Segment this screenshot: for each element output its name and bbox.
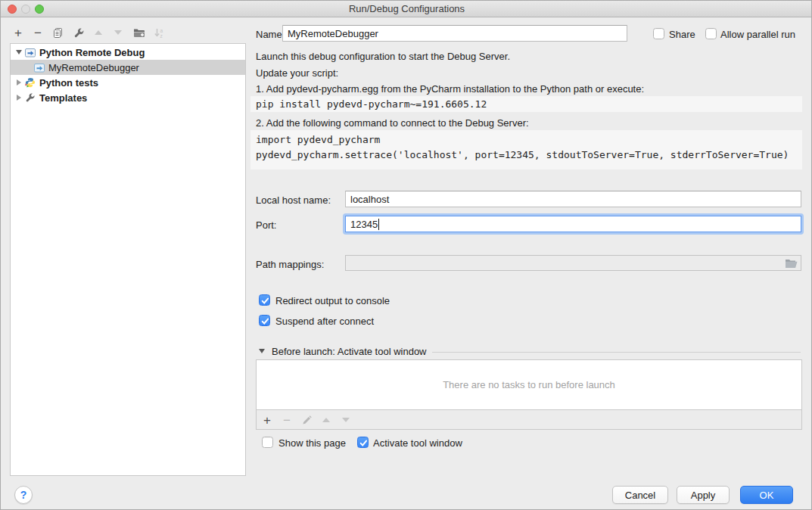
before-launch-title: Before launch: Activate tool window [272, 346, 427, 357]
pip-install-code-block: pip install pydevd-pycharm~=191.6605.12 [250, 96, 802, 112]
move-down-button[interactable] [110, 25, 126, 40]
step-1-text: 1. Add pydevd-pycharm.egg from the PyCha… [256, 83, 644, 95]
copy-icon [52, 27, 64, 39]
step-2-text: 2. Add the following command to connect … [256, 117, 529, 129]
show-this-page-label: Show this page [278, 437, 346, 449]
svg-text:a: a [160, 27, 163, 33]
plus-icon: + [14, 26, 22, 39]
task-list-toolbar: + − [257, 409, 801, 429]
tree-item-label: Templates [39, 92, 87, 104]
share-checkbox[interactable] [653, 28, 664, 39]
new-folder-button[interactable] [131, 25, 148, 40]
sort-alphabetically-icon: az [154, 27, 165, 39]
tree-item-label: MyRemoteDebugger [48, 62, 139, 73]
browse-path-mappings-button[interactable] [785, 258, 798, 272]
settrace-code-block: import pydevd_pycharmpydevd_pycharm.sett… [250, 130, 802, 169]
minus-icon: − [34, 26, 42, 39]
new-folder-icon [133, 27, 145, 38]
pencil-icon [302, 415, 312, 425]
move-up-button[interactable] [90, 25, 107, 40]
ok-button[interactable]: OK [740, 486, 793, 504]
allow-parallel-run-label: Allow parallel run [720, 29, 795, 40]
before-launch-task-list: There are no tasks to run before launch … [256, 359, 802, 430]
plus-icon: + [263, 414, 271, 427]
code-line-import: import pydevd_pycharm [256, 134, 380, 145]
remote-debug-config-icon [25, 48, 36, 58]
chevron-right-icon[interactable] [17, 95, 21, 101]
text-cursor [378, 219, 379, 230]
suspend-after-connect-checkbox[interactable] [259, 315, 270, 326]
port-value: 12345 [350, 219, 378, 230]
python-tests-icon [25, 77, 36, 88]
code-line-settrace: pydevd_pycharm.settrace('localhost', por… [256, 149, 789, 160]
move-down-icon [342, 418, 350, 422]
local-host-name-input[interactable] [345, 191, 801, 207]
titlebar: Run/Debug Configurations [1, 1, 812, 17]
share-label: Share [669, 29, 695, 40]
move-task-up-button[interactable] [319, 412, 334, 428]
apply-button[interactable]: Apply [677, 486, 730, 504]
add-task-button[interactable]: + [260, 412, 275, 428]
edit-task-button[interactable] [299, 412, 314, 428]
open-folder-icon [785, 259, 798, 269]
window-title: Run/Debug Configurations [1, 1, 812, 17]
tree-item-python-tests[interactable]: Python tests [11, 75, 245, 90]
check-icon [260, 296, 270, 306]
tree-item-label: Python tests [39, 77, 98, 89]
remote-debug-config-icon [34, 63, 45, 73]
help-button[interactable]: ? [14, 486, 33, 504]
remove-configuration-button[interactable]: − [30, 25, 46, 40]
redirect-output-checkbox[interactable] [259, 294, 270, 306]
section-divider [432, 352, 801, 353]
remove-task-button[interactable]: − [279, 412, 294, 428]
tree-item-myremotedebugger[interactable]: MyRemoteDebugger [11, 60, 245, 75]
configurations-tree: Python Remote Debug MyRemoteDebugger Pyt… [10, 43, 246, 476]
minus-icon: − [283, 414, 291, 427]
suspend-after-connect-label: Suspend after connect [275, 316, 374, 327]
tree-item-templates[interactable]: Templates [11, 90, 245, 105]
move-task-down-button[interactable] [338, 412, 353, 428]
wrench-icon [73, 27, 85, 39]
move-down-icon [114, 30, 122, 35]
port-input[interactable]: 12345 [345, 216, 801, 232]
copy-configuration-button[interactable] [49, 25, 66, 40]
chevron-right-icon[interactable] [17, 79, 21, 86]
tree-item-label: Python Remote Debug [39, 47, 145, 58]
name-label: Name: [256, 29, 285, 40]
intro-line-2: Update your script: [256, 67, 338, 79]
check-icon [260, 316, 270, 326]
wrench-icon [25, 92, 36, 103]
redirect-output-label: Redirect output to console [275, 295, 390, 306]
tree-item-python-remote-debug[interactable]: Python Remote Debug [11, 45, 245, 60]
svg-text:z: z [160, 33, 162, 38]
name-input[interactable] [282, 25, 627, 42]
empty-task-list-message: There are no tasks to run before launch [257, 360, 801, 409]
question-mark-icon: ? [20, 489, 27, 501]
move-up-icon [322, 418, 330, 422]
activate-tool-window-checkbox[interactable] [357, 437, 369, 448]
edit-templates-button[interactable] [70, 25, 87, 40]
before-launch-collapse-icon[interactable] [259, 349, 265, 353]
port-label: Port: [256, 219, 276, 231]
activate-tool-window-label: Activate tool window [373, 437, 462, 449]
move-up-icon [95, 30, 102, 35]
run-debug-configurations-dialog: Run/Debug Configurations + − az Python R… [0, 0, 812, 510]
add-configuration-button[interactable]: + [10, 25, 26, 40]
allow-parallel-run-checkbox[interactable] [705, 28, 717, 39]
chevron-down-icon[interactable] [16, 50, 22, 54]
path-mappings-input[interactable] [345, 255, 801, 271]
cancel-button[interactable]: Cancel [612, 486, 668, 504]
intro-line-1: Launch this debug configuration to start… [256, 51, 510, 62]
show-this-page-checkbox[interactable] [262, 437, 273, 448]
sort-configurations-button[interactable]: az [151, 25, 167, 40]
check-icon [359, 438, 369, 448]
path-mappings-label: Path mappings: [256, 259, 324, 270]
local-host-name-label: Local host name: [256, 194, 331, 206]
